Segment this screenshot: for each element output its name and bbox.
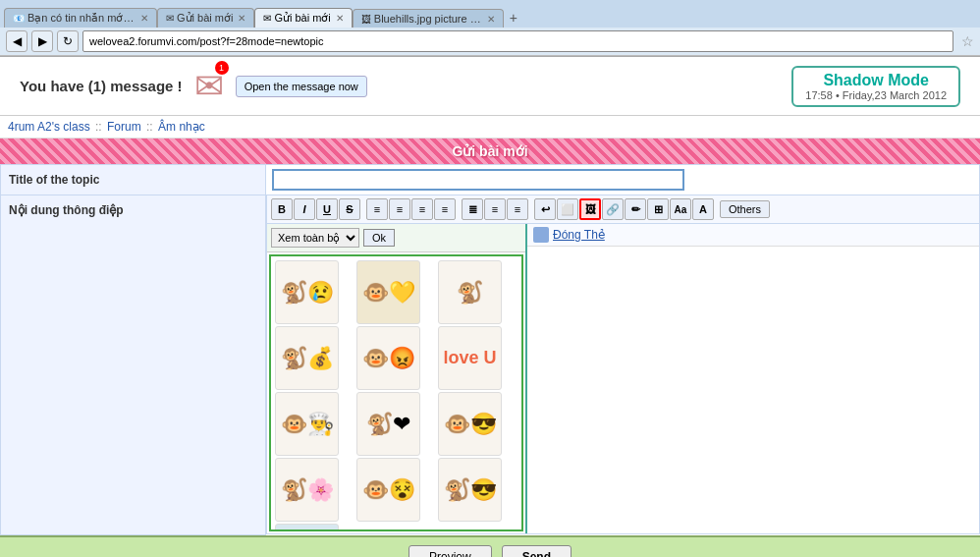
shadow-mode-time: 17:58 • Friday,23 March 2012	[805, 89, 947, 101]
emoji-item[interactable]: 🐒🌸	[275, 458, 339, 522]
message-content-textarea[interactable]	[527, 247, 979, 492]
emoji-item[interactable]: 🐒❤	[356, 392, 420, 456]
notification-bar: You have (1) message ! ✉ 1 Open the mess…	[0, 57, 980, 116]
message-badge: 1	[215, 61, 229, 75]
tab-4[interactable]: 🖼 Bluehills.jpg picture by ntlvtkg ✕	[353, 9, 504, 28]
strikethrough-button[interactable]: S	[339, 198, 360, 220]
close-tab-1[interactable]: ✕	[140, 13, 148, 24]
align-center-button[interactable]: ≡	[389, 198, 410, 220]
dong-the-link[interactable]: Đóng Thẻ	[553, 228, 605, 242]
emoji-item[interactable]: 🐒😎	[438, 458, 502, 522]
underline-button[interactable]: U	[316, 198, 338, 220]
close-tab-4[interactable]: ✕	[487, 14, 495, 25]
table-button[interactable]: ⊞	[647, 198, 669, 220]
emoji-ok-button[interactable]: Ok	[363, 229, 395, 247]
emoji-item[interactable]: 🐵😡	[356, 326, 420, 390]
content-editor-cell: B I U S ≡ ≡ ≡ ≡ ≣ ≡ ≡ ↩ ⬜ 🖼	[266, 195, 980, 535]
breadcrumb-link-1[interactable]: 4rum A2's class	[8, 120, 90, 134]
emoji-panel: Xem toàn bộ Ok 🐒😢 🐵💛 🐒	[267, 224, 527, 533]
breadcrumb-sep-1: ::	[95, 120, 105, 134]
breadcrumb-link-3[interactable]: Âm nhạc	[158, 120, 205, 134]
undo-button[interactable]: ↩	[534, 198, 556, 220]
breadcrumb-link-2[interactable]: Forum	[107, 120, 141, 134]
emoji-item[interactable]: 🐒💰	[275, 326, 339, 390]
bold-button[interactable]: B	[271, 198, 293, 220]
emoji-item[interactable]: 🐵😎	[438, 392, 502, 456]
title-row: Title of the topic	[1, 165, 980, 195]
send-button[interactable]: Send	[502, 545, 572, 558]
bottom-bar: Preview Send	[0, 535, 980, 558]
notification-left: You have (1) message ! ✉ 1 Open the mess…	[20, 66, 367, 107]
tab-3[interactable]: ✉ Gửi bài mới ✕	[254, 8, 352, 28]
close-tab-3[interactable]: ✕	[336, 13, 344, 24]
font-size-button[interactable]: A	[692, 198, 714, 220]
content-row: Nội dung thông điệp B I U S ≡ ≡ ≡ ≡ ≣ ≡ …	[1, 195, 980, 535]
box-button[interactable]: ⬜	[557, 198, 578, 220]
new-tab-button[interactable]: +	[504, 8, 523, 28]
text-editor: Đóng Thẻ	[527, 224, 979, 533]
dong-the-icon	[533, 227, 549, 243]
align-justify-button[interactable]: ≡	[434, 198, 456, 220]
breadcrumb-sep-2: ::	[146, 120, 156, 134]
bookmark-star-icon[interactable]: ☆	[961, 33, 974, 49]
tab-bar: 📧 Bạn có tin nhắn mới - Sky Gard ✕ ✉ Gửi…	[0, 0, 980, 28]
edit-button[interactable]: ✏	[625, 198, 646, 220]
emoji-item[interactable]: 🐵😵	[356, 458, 420, 522]
dong-the-bar: Đóng Thẻ	[527, 224, 979, 247]
refresh-button[interactable]: ↻	[57, 30, 79, 52]
email-icon-wrapper: ✉ 1	[194, 66, 224, 107]
emoji-item[interactable]: 🐵👨‍🍳	[275, 392, 339, 456]
form-table: Title of the topic Nội dung thông điệp B…	[0, 164, 980, 535]
shadow-mode-title: Shadow Mode	[805, 72, 947, 89]
emoji-item[interactable]: love U	[438, 326, 502, 390]
preview-button[interactable]: Preview	[408, 545, 492, 558]
list3-button[interactable]: ≡	[507, 198, 528, 220]
form-header: Gửi bài mới	[0, 139, 980, 164]
emoji-item[interactable]: 🖼	[275, 524, 339, 531]
title-input-cell	[266, 165, 980, 195]
align-left-button[interactable]: ≡	[366, 198, 388, 220]
emoji-item[interactable]: 🐒😢	[275, 260, 339, 324]
font-aa-button[interactable]: Aa	[670, 198, 691, 220]
image-button[interactable]: 🖼	[579, 198, 601, 220]
breadcrumb: 4rum A2's class :: Forum :: Âm nhạc	[0, 116, 980, 139]
nav-bar: ◀ ▶ ↻ ☆	[0, 28, 980, 56]
emoji-grid: 🐒😢 🐵💛 🐒 🐒💰 🐵😡 love U 🐵👨‍🍳 🐒❤	[271, 256, 521, 531]
address-bar[interactable]	[82, 30, 953, 52]
open-message-button[interactable]: Open the message now	[236, 76, 367, 97]
emoji-item[interactable]: 🐵💛	[356, 260, 420, 324]
editor-toolbar: B I U S ≡ ≡ ≡ ≡ ≣ ≡ ≡ ↩ ⬜ 🖼	[266, 195, 980, 224]
close-tab-2[interactable]: ✕	[238, 13, 245, 24]
tab-1[interactable]: 📧 Bạn có tin nhắn mới - Sky Gard ✕	[4, 8, 157, 28]
browser-chrome: 📧 Bạn có tin nhắn mới - Sky Gard ✕ ✉ Gửi…	[0, 0, 980, 57]
emoji-item[interactable]: 🐒	[438, 260, 502, 324]
shadow-mode-box: Shadow Mode 17:58 • Friday,23 March 2012	[791, 66, 960, 107]
notification-text: You have (1) message !	[20, 78, 183, 94]
align-right-button[interactable]: ≡	[411, 198, 433, 220]
emoji-toolbar: Xem toàn bộ Ok	[267, 224, 525, 252]
tab-2[interactable]: ✉ Gửi bài mới ✕	[157, 8, 254, 28]
title-label: Title of the topic	[1, 165, 266, 195]
emoji-category-select[interactable]: Xem toàn bộ	[271, 228, 359, 248]
list2-button[interactable]: ≡	[484, 198, 506, 220]
topic-title-input[interactable]	[272, 169, 684, 191]
content-label: Nội dung thông điệp	[1, 195, 266, 535]
list1-button[interactable]: ≣	[462, 198, 483, 220]
main-area: Gửi bài mới Title of the topic Nội dung …	[0, 139, 980, 535]
others-button[interactable]: Others	[720, 200, 770, 218]
italic-button[interactable]: I	[294, 198, 315, 220]
link-button[interactable]: 🔗	[602, 198, 624, 220]
editor-wrapper: Xem toàn bộ Ok 🐒😢 🐵💛 🐒	[266, 224, 980, 534]
back-button[interactable]: ◀	[6, 30, 27, 52]
forward-button[interactable]: ▶	[31, 30, 53, 52]
